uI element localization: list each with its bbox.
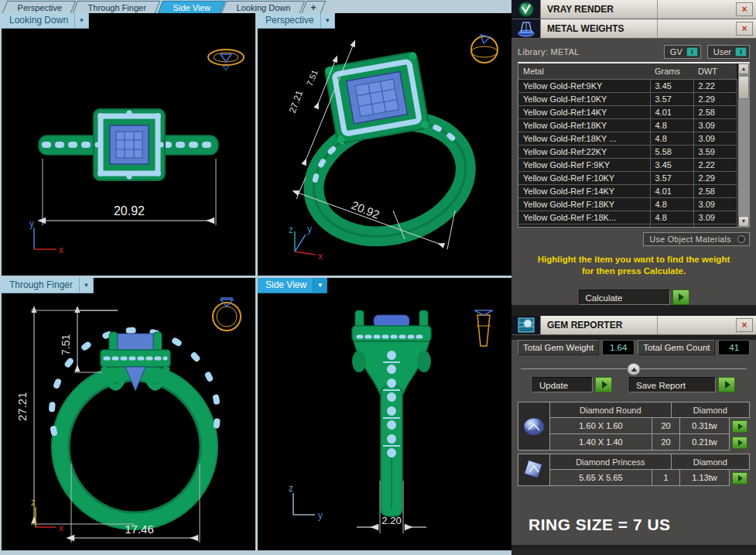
tab-through-finger[interactable]: Through Finger <box>73 1 161 13</box>
viewport-view-label: Perspective <box>258 13 320 28</box>
play-icon <box>738 423 743 430</box>
gem-select-button[interactable] <box>732 472 747 485</box>
calculate-button[interactable]: Calculate <box>579 289 670 305</box>
metal-weights-table: Metal Grams DWT Yellow Gold-Ref:9KY3.452… <box>518 62 750 228</box>
total-gem-count-value: 41 <box>718 340 750 355</box>
user-toggle[interactable]: User I <box>707 45 750 59</box>
viewport-view-label: Through Finger <box>2 278 79 293</box>
header-divider <box>657 0 733 19</box>
viewport-view-dropdown[interactable]: Perspective ▼ <box>258 13 335 29</box>
svg-text:x: x <box>318 251 323 262</box>
add-tab-button[interactable]: + <box>302 1 326 13</box>
tab-looking-down[interactable]: Looking Down <box>221 1 305 13</box>
table-row[interactable]: Yellow Gold-Ref F:18K...4.83.09 <box>518 211 737 224</box>
table-scrollbar[interactable]: ▲ ▼ <box>738 63 749 227</box>
total-gem-count-label: Total Gem Count <box>638 340 715 355</box>
table-row[interactable]: Yellow Gold-Ref:18KY4.83.09 <box>518 118 737 132</box>
radio-icon[interactable] <box>737 235 745 243</box>
gem-row[interactable]: 1.40 X 1.40 20 0.21tw <box>550 434 750 451</box>
play-icon <box>602 381 607 389</box>
chevron-up-icon <box>631 368 637 372</box>
svg-text:z: z <box>289 483 293 494</box>
col-metal: Metal <box>518 63 650 79</box>
gv-label: GV <box>670 47 682 57</box>
table-row[interactable]: Yellow Gold-Ref F:18KY4.83.09 <box>518 197 737 211</box>
ring-head-perspective <box>324 52 429 144</box>
table-header-row: Metal Grams DWT <box>518 63 737 79</box>
gem-row[interactable]: 1.60 X 1.60 20 0.31tw <box>550 418 750 434</box>
viewport-grid: 20.92 y x Looking Down ▼ <box>0 13 511 550</box>
col-grams: Grams <box>650 63 693 79</box>
scrollbar-thumb[interactable] <box>738 76 749 99</box>
tab-label: Perspective <box>18 3 62 12</box>
gv-toggle-indicator: I <box>686 47 698 57</box>
tab-side-view[interactable]: Side View <box>157 1 224 13</box>
gem-select-button[interactable] <box>732 420 747 433</box>
viewport-looking-down[interactable]: 20.92 y x Looking Down ▼ <box>2 13 255 276</box>
viewport-view-dropdown[interactable]: Looking Down ▼ <box>2 13 89 29</box>
gold-ring-icon <box>213 298 241 331</box>
axis-indicator: z x <box>31 497 63 533</box>
collapse-button[interactable] <box>628 363 641 375</box>
viewport-side-view[interactable]: 2.20 z y Side View ▼ <box>258 278 512 550</box>
table-row[interactable]: Yellow Gold-Ref F:22KY5.583.59 <box>518 224 737 228</box>
scroll-up-icon[interactable]: ▲ <box>738 63 749 74</box>
close-icon[interactable]: × <box>736 2 753 16</box>
calculate-go-button[interactable] <box>672 289 689 305</box>
tab-label: Looking Down <box>237 3 291 12</box>
close-icon[interactable]: × <box>736 318 753 332</box>
table-row[interactable]: Yellow Gold-Ref:10KY3.572.29 <box>518 92 737 105</box>
tab-perspective[interactable]: Perspective <box>2 1 77 13</box>
save-report-go-button[interactable] <box>718 377 735 392</box>
svg-text:2.20: 2.20 <box>381 515 401 526</box>
header-divider <box>657 19 733 38</box>
svg-text:z: z <box>289 224 293 235</box>
metal-weights-header[interactable]: METAL WEIGHTS × <box>511 19 756 39</box>
viewport-view-dropdown[interactable]: Through Finger ▼ <box>2 278 94 293</box>
gem-reporter-header[interactable]: GEM REPORTER × <box>511 316 756 335</box>
use-object-materials-toggle[interactable]: Use Object Materials <box>643 232 750 246</box>
gem-row[interactable]: 5.65 X 5.65 1 1.13tw <box>550 470 750 486</box>
svg-text:27.21: 27.21 <box>15 392 29 421</box>
table-row[interactable]: Yellow Gold-Ref:9KY3.452.22 <box>518 79 737 92</box>
gem-select-button[interactable] <box>732 437 747 449</box>
princess-gem-icon <box>518 454 550 486</box>
table-row[interactable]: Yellow Gold-Ref:14KY4.012.58 <box>518 105 737 118</box>
ring-perspective-drawing: 27.21 7.51 20.92 z y <box>258 13 512 276</box>
svg-text:27.21: 27.21 <box>287 89 306 115</box>
vray-icon <box>511 0 541 19</box>
table-row[interactable]: Yellow Gold-Ref:22KY5.583.59 <box>518 145 737 158</box>
close-icon[interactable]: × <box>736 22 753 36</box>
calculate-instruction: Highlight the item you want to find the … <box>518 254 750 277</box>
chevron-down-icon[interactable]: ▼ <box>79 278 93 293</box>
update-go-button[interactable] <box>595 377 612 392</box>
update-button[interactable]: Update <box>532 377 593 392</box>
save-report-button[interactable]: Save Report <box>629 377 716 392</box>
table-row[interactable]: Yellow Gold-Ref F:14KY4.012.58 <box>518 184 737 197</box>
table-row[interactable]: Yellow Gold-Ref:18KY ...4.83.09 <box>518 132 737 145</box>
svg-text:7.51: 7.51 <box>305 68 320 87</box>
table-row[interactable]: Yellow Gold-Ref F:10KY3.572.29 <box>518 171 737 184</box>
chevron-down-icon[interactable]: ▼ <box>313 278 327 293</box>
chevron-down-icon[interactable]: ▼ <box>320 13 334 28</box>
gv-toggle[interactable]: GV I <box>664 45 701 59</box>
table-row[interactable]: Yellow Gold-Ref F:9KY3.452.22 <box>518 158 737 171</box>
svg-text:y: y <box>29 218 34 229</box>
scroll-down-icon[interactable]: ▼ <box>738 216 749 227</box>
svg-text:17.46: 17.46 <box>125 522 154 536</box>
svg-text:x: x <box>59 522 63 533</box>
collapse-divider <box>521 363 747 375</box>
viewport-through-finger[interactable]: 7.51 27.21 17.46 <box>2 278 255 550</box>
gem-reporter-icon <box>511 316 541 334</box>
play-icon <box>738 440 743 446</box>
viewport-perspective[interactable]: 27.21 7.51 20.92 z y <box>258 13 512 276</box>
chevron-down-icon[interactable]: ▼ <box>74 13 88 28</box>
viewport-view-dropdown[interactable]: Side View ▼ <box>258 278 327 293</box>
tab-label: Side View <box>173 3 211 12</box>
metal-weights-body: Library: METAL GV I User I Metal Grams <box>511 39 756 305</box>
vray-render-header[interactable]: VRAY RENDER × <box>511 0 756 19</box>
play-icon <box>738 475 743 481</box>
user-toggle-indicator: I <box>735 47 747 57</box>
svg-text:x: x <box>59 245 63 255</box>
tab-label: Through Finger <box>88 3 146 12</box>
